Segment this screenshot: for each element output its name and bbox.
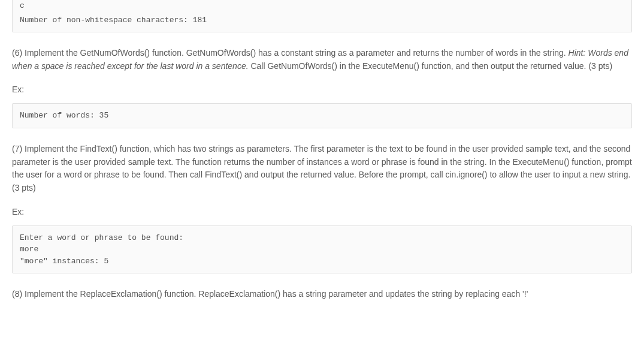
code-block-findtext: Enter a word or phrase to be found: more… xyxy=(12,225,632,274)
para6-text-2: Call GetNumOfWords() in the ExecuteMenu(… xyxy=(249,61,613,71)
code-block-words: Number of words: 35 xyxy=(12,103,632,128)
paragraph-step-8: (8) Implement the ReplaceExclamation() f… xyxy=(12,288,632,301)
example-label-1: Ex: xyxy=(12,83,632,96)
para6-text-1: (6) Implement the GetNumOfWords() functi… xyxy=(12,48,569,58)
example-label-2: Ex: xyxy=(12,206,632,218)
content-area: Number of non-whitespace characters: 181… xyxy=(0,14,644,324)
paragraph-step-7: (7) Implement the FindText() function, w… xyxy=(12,143,632,195)
code-fragment-c-line: c xyxy=(12,0,632,14)
paragraph-step-6: (6) Implement the GetNumOfWords() functi… xyxy=(12,47,632,73)
code-block-nonwhitespace: Number of non-whitespace characters: 181 xyxy=(12,14,632,33)
